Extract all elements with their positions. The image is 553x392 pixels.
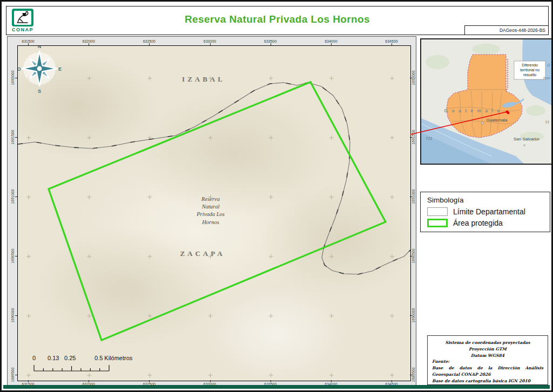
y-axis-tick-mark [15,197,17,197]
x-axis-tick-label: 631500 [22,39,34,43]
x-axis-tick-mark [149,380,150,382]
x-axis-tick-label: 632500 [143,39,156,43]
x-axis-tick-mark [392,43,392,45]
y-axis-tick-mark [410,78,412,78]
departmental-limit-swatch [427,207,448,216]
izabal-department-label: IZABAL [182,75,225,84]
y-axis-tick-label: 1690000 [11,308,15,322]
compass-east-label: E [58,66,62,72]
x-axis-tick-mark [210,380,211,382]
territorial-note-line2: territorial no [520,68,539,72]
header-bar: CONAP Reserva Natural Privada Los Hornos… [6,6,549,35]
x-axis-tick-mark [89,380,89,382]
scale-label-05-unit: 0.5 Kilómetros [95,355,132,361]
reserve-name-label: Reserva Natural Privada Los Hornos [197,195,225,226]
legend-item-label: Área protegida [453,219,503,227]
x-axis-tick-label: 632000 [82,39,95,43]
y-axis-tick-mark [410,197,412,197]
y-axis-tick-mark [410,256,412,256]
inset-road-label: 721 [426,136,433,141]
source-line-2: Base de datos cartografía básica IGN 201… [432,378,543,384]
x-axis-tick-mark [28,43,29,45]
credits-box: Sistema de coordenadas proyectadas Proye… [427,335,548,385]
conap-logo-text: CONAP [10,27,35,32]
x-axis-tick-mark [392,380,392,382]
scale-label-013: 0.13 [48,355,59,361]
scale-bar-ticks [31,362,117,372]
inset-honduras-fragment: H o [545,119,551,125]
main-map-frame: N E S O IZABAL ZACAPA Reserva Natural Pr… [17,45,411,381]
x-axis-tick-mark [331,43,332,45]
y-axis-tick-mark [15,78,17,78]
inset-sea-label-fragment-2: hon [543,76,550,80]
legend-item-departmental-limit: Límite Departamental [427,207,550,216]
projection-line: Proyección GTM [432,346,543,353]
y-axis-tick-mark [410,137,412,138]
main-map-wrapper: N E S O IZABAL ZACAPA Reserva Natural Pr… [7,36,416,387]
y-axis-tick-label: 1691500 [11,130,15,144]
scale-label-025: 0.25 [64,355,76,361]
reserve-location-marker [507,112,510,114]
compass-rose-icon: N E S O [17,45,64,96]
x-axis-tick-label: 634000 [325,39,337,43]
y-axis-tick-mark [15,375,17,375]
x-axis-tick-mark [331,380,332,382]
y-axis-tick-mark [410,375,412,375]
scale-bar: 0 0.13 0.25 0.5 Kilómetros [31,355,160,374]
map-document-page: CONAP Reserva Natural Privada Los Hornos… [0,0,553,392]
x-axis-tick-label: 634500 [385,39,397,43]
legend-item-protected-area: Área protegida [427,219,550,227]
x-axis-tick-mark [271,43,271,45]
y-axis-tick-mark [15,256,17,256]
reserve-label-line: Natural [197,203,225,211]
inset-san-salvador-label: San Salvador [514,137,539,141]
footer-green-bar [3,385,550,389]
x-axis-tick-mark [210,43,211,45]
inset-sea-label-fragment-1: G [547,63,550,67]
legend-box: Simbología Límite Departamental Área pro… [420,192,550,232]
compass-west-label: O [17,66,21,72]
legend-title: Simbología [427,196,550,204]
source-line-1: Base de datos de la Dirección Análisis G… [432,365,543,378]
y-axis-tick-label: 1691000 [11,189,15,204]
y-axis-tick-label: 1689500 [11,367,15,382]
coordinate-system-line: Sistema de coordenadas proyectadas [432,340,543,346]
y-axis-tick-mark [410,315,412,316]
reserve-label-line: Hornos [197,218,225,226]
x-axis-tick-label: 633500 [264,39,276,43]
document-code: DAGeos-448-2026-BS [464,25,548,35]
zacapa-department-label: ZACAPA [180,249,225,258]
datum-line: Datum WGS84 [432,353,543,359]
x-axis-tick-mark [28,380,29,382]
compass-south-label: S [38,89,41,94]
inset-locator-map: Diferendo territorial no resuelto G u a … [420,38,552,165]
inset-country-label: G u a t e m a l a [444,108,501,113]
scale-label-0: 0 [32,355,36,361]
x-axis-tick-label: 633000 [204,39,216,43]
x-axis-tick-mark [149,43,150,45]
source-heading: Fuente: [432,359,543,365]
x-axis-tick-mark [89,43,89,45]
y-axis-tick-mark [15,137,17,138]
y-axis-tick-label: 1692000 [11,70,15,85]
inset-capital-label: Guatemala [486,118,508,123]
inset-map-graphic: Diferendo territorial no resuelto G u a … [421,39,551,164]
reserve-label-line: Reserva [197,195,225,203]
territorial-note-line3: resuelto [523,73,536,77]
page-title: Reserva Natural Privada Los Hornos [6,13,548,25]
protected-area-swatch [427,219,448,227]
san-salvador-dot [524,145,525,146]
capital-city-dot [481,122,483,124]
x-axis-tick-mark [271,380,271,382]
reserve-label-line: Privada Los [197,211,225,218]
grid-crosses [26,76,394,377]
compass-north-label: N [38,45,42,49]
territorial-note-line1: Diferendo [522,63,538,67]
y-axis-tick-label: 1690500 [11,248,15,263]
y-axis-tick-mark [15,315,17,316]
main-map-canvas: N E S O IZABAL ZACAPA Reserva Natural Pr… [18,46,410,381]
legend-item-label: Límite Departamental [453,207,525,216]
